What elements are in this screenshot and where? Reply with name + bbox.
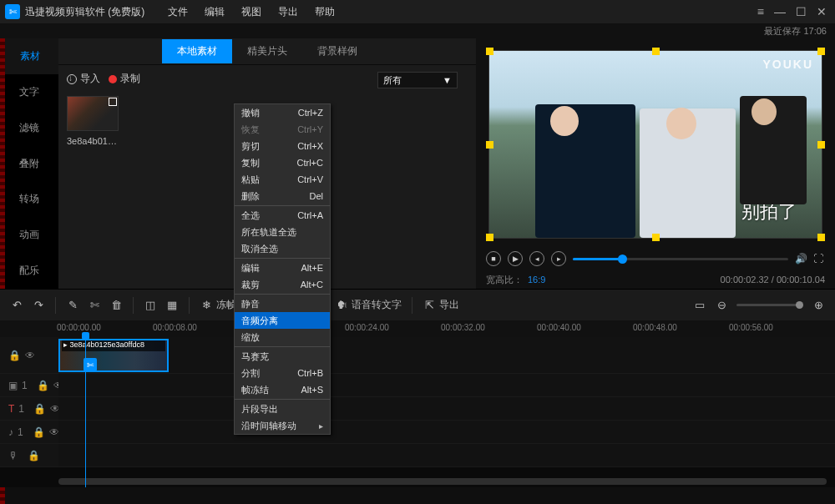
ctx-item[interactable]: 缩放 <box>235 329 330 345</box>
progress-track[interactable] <box>573 258 788 260</box>
video-clip[interactable]: ▸ 3e8a4b0125e3a0ffdc8 ✄ <box>58 339 169 372</box>
resize-handle[interactable] <box>486 141 493 149</box>
freeze-button[interactable]: ❄冻帧 <box>200 298 236 312</box>
track-header-pip[interactable]: ▣1🔒👁 <box>0 374 58 396</box>
stop-button[interactable]: ■ <box>486 251 501 266</box>
lock-icon[interactable]: 🔒 <box>33 403 46 415</box>
zoom-out-icon[interactable]: ⊖ <box>715 299 728 312</box>
ctx-item[interactable]: 取消全选 <box>235 240 330 257</box>
export-button[interactable]: ⇱导出 <box>423 298 459 312</box>
lock-icon[interactable]: 🔒 <box>37 380 49 391</box>
resize-handle[interactable] <box>652 234 660 241</box>
stt-button[interactable]: 🗣语音转文字 <box>335 298 402 312</box>
play-button[interactable]: ▶ <box>508 251 523 266</box>
undo-icon[interactable]: ↶ <box>10 299 23 312</box>
nav-media[interactable]: 素材 <box>0 38 58 74</box>
mic-icon: 🎙 <box>8 450 18 461</box>
figure <box>550 106 579 136</box>
ruler-tick: 00:00:00.00 <box>57 323 101 332</box>
resize-handle[interactable] <box>652 48 660 55</box>
minimize-icon[interactable]: — <box>774 5 786 18</box>
chevron-down-icon: ▼ <box>443 75 452 85</box>
watermark: YOUKU <box>762 58 813 71</box>
menu-file[interactable]: 文件 <box>159 5 196 19</box>
edit-icon[interactable]: ✎ <box>66 299 79 312</box>
title-bar: ✄ 迅捷视频剪辑软件 (免费版) 文件 编辑 视图 导出 帮助 ≡ — ☐ ✕ <box>0 0 835 23</box>
nav-music[interactable]: 配乐 <box>0 253 58 289</box>
import-button[interactable]: 导入 <box>67 72 100 86</box>
ctx-item[interactable]: 沿时间轴移动▸ <box>235 417 330 434</box>
ctx-item[interactable]: 所在轨道全选 <box>235 224 330 240</box>
fit-icon[interactable]: ▭ <box>693 299 706 312</box>
ctx-item[interactable]: 删除Del <box>235 188 330 204</box>
delete-icon[interactable]: 🗑 <box>109 299 123 312</box>
thumbnail-label: 3e8a4b012... <box>67 136 119 146</box>
track-header-audio[interactable]: ♪1🔒👁 <box>0 421 58 443</box>
fullscreen-icon[interactable]: ⛶ <box>813 253 825 265</box>
menu-view[interactable]: 视图 <box>233 5 270 19</box>
ctx-item[interactable]: 剪切Ctrl+X <box>235 138 330 154</box>
ctx-item[interactable]: 粘贴Ctrl+V <box>235 171 330 188</box>
lock-icon[interactable]: 🔒 <box>28 450 40 461</box>
nav-overlay[interactable]: 叠附 <box>0 146 58 182</box>
media-thumbnail[interactable]: 3e8a4b012... <box>67 96 119 146</box>
nav-animation[interactable]: 动画 <box>0 217 58 253</box>
prev-frame-button[interactable]: ◂ <box>529 251 544 266</box>
media-filter-dropdown[interactable]: 所有▼ <box>377 72 458 88</box>
lock-icon[interactable]: 🔒 <box>8 350 21 361</box>
ctx-item[interactable]: 编辑Alt+E <box>235 260 330 276</box>
zoom-in-icon[interactable]: ⊕ <box>812 299 825 312</box>
nav-text[interactable]: 文字 <box>0 74 58 110</box>
nav-filter[interactable]: 滤镜 <box>0 110 58 146</box>
resize-handle[interactable] <box>817 234 825 241</box>
ctx-item[interactable]: 音频分离 <box>235 312 330 329</box>
mosaic-icon[interactable]: ▦ <box>165 299 179 312</box>
menu-help[interactable]: 帮助 <box>306 5 343 19</box>
ctx-item[interactable]: 撤销Ctrl+Z <box>235 104 330 121</box>
timeline-tracks: 🔒👁 ▸ 3e8a4b0125e3a0ffdc8 ✄ ▣1🔒👁 T1🔒👁 ♪1🔒… <box>0 337 835 487</box>
track-header-mic[interactable]: 🎙🔒 <box>0 444 58 466</box>
tab-local-media[interactable]: 本地素材 <box>162 39 232 63</box>
eye-icon[interactable]: 👁 <box>25 350 35 361</box>
close-icon[interactable]: ✕ <box>817 5 827 18</box>
ruler-tick: 00:00:48.00 <box>633 323 677 332</box>
zoom-slider[interactable] <box>736 304 803 306</box>
ctx-item[interactable]: 马赛克 <box>235 348 330 365</box>
ctx-item[interactable]: 恢复Ctrl+Y <box>235 121 330 138</box>
resize-handle[interactable] <box>486 234 493 241</box>
timeline-ruler[interactable]: 00:00:00.0000:00:08.0000:00:16.0000:00:2… <box>0 320 835 337</box>
ctx-item[interactable]: 片段导出 <box>235 401 330 417</box>
next-frame-button[interactable]: ▸ <box>551 251 566 266</box>
ctx-item[interactable]: 帧冻结Alt+S <box>235 381 330 398</box>
video-frame: YOUKU 别拍了 <box>489 51 822 238</box>
volume-icon[interactable]: 🔊 <box>795 253 807 265</box>
ctx-item[interactable]: 分割Ctrl+B <box>235 365 330 381</box>
resize-handle[interactable] <box>486 48 493 55</box>
tab-intros[interactable]: 精美片头 <box>232 39 302 63</box>
record-button[interactable]: 录制 <box>109 72 140 86</box>
redo-icon[interactable]: ↷ <box>32 299 45 312</box>
track-header-video[interactable]: 🔒👁 <box>0 337 58 373</box>
progress-knob[interactable] <box>618 255 627 264</box>
menu-export[interactable]: 导出 <box>270 5 306 19</box>
cut-icon[interactable]: ✄ <box>88 299 101 312</box>
ctx-item[interactable]: 静音 <box>235 295 330 312</box>
track-header-text[interactable]: T1🔒👁 <box>0 397 58 420</box>
window-controls: ≡ — ☐ ✕ <box>757 5 830 18</box>
settings-icon[interactable]: ≡ <box>757 5 764 18</box>
preview-canvas[interactable]: YOUKU 别拍了 <box>488 50 822 239</box>
resize-handle[interactable] <box>817 48 825 55</box>
tab-bg-samples[interactable]: 背景样例 <box>302 39 372 63</box>
resize-handle[interactable] <box>817 141 825 149</box>
nav-transition[interactable]: 转场 <box>0 181 58 217</box>
playhead[interactable] <box>85 337 86 487</box>
ctx-item[interactable]: 全选Ctrl+A <box>235 207 330 224</box>
ctx-item[interactable]: 裁剪Alt+C <box>235 276 330 293</box>
maximize-icon[interactable]: ☐ <box>796 5 807 18</box>
ctx-item[interactable]: 复制Ctrl+C <box>235 154 330 171</box>
horizontal-scrollbar[interactable] <box>58 477 830 486</box>
menu-edit[interactable]: 编辑 <box>196 5 233 19</box>
eye-icon[interactable]: 👁 <box>49 426 59 438</box>
crop-icon[interactable]: ◫ <box>144 299 157 312</box>
lock-icon[interactable]: 🔒 <box>33 426 45 438</box>
